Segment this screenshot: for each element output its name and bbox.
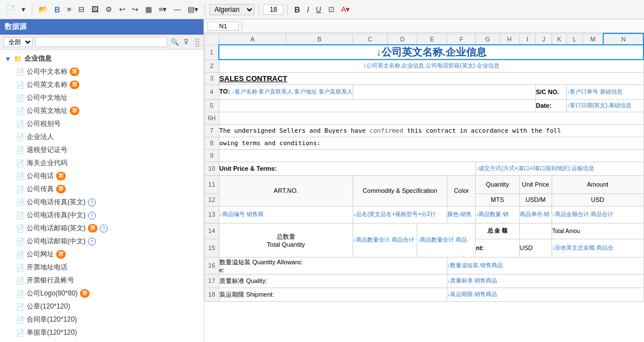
col-L[interactable]: L [566, 33, 582, 45]
main-toolbar: 📄 ▾ 📂 B ≡ ⊟ 🖼 ⚙ ↩ ↪ ▦ ≡▾ — ▤▾ Algerian B… [0, 0, 644, 19]
cell-4-sc-label[interactable]: S/C NO. [536, 85, 567, 99]
col-M[interactable]: M [583, 33, 604, 45]
italic-button[interactable]: I [304, 4, 311, 15]
col-J[interactable]: J [536, 33, 552, 45]
underline-button[interactable]: U [313, 4, 323, 15]
cell-16-allowance-val[interactable]: ↓数量溢短装.销售商品 [447, 257, 643, 274]
redo-icon[interactable]: ↪ [130, 4, 141, 15]
cell-14-qty-sum[interactable]: ↓商品数量合计.商品合计 [353, 223, 417, 257]
sidebar-item-company-cn-addr[interactable]: 📄 公司中文地址 [0, 91, 204, 104]
cell-10-unit-price[interactable]: Unit Price & Terms: [219, 162, 476, 175]
col-H[interactable]: H [499, 33, 519, 45]
doc-icon-7: 📄 [16, 159, 24, 167]
help-icon-11[interactable]: ? [88, 212, 96, 219]
cell-16-allowance-label: 数量溢短装 Quantity Allowance: [219, 257, 447, 274]
filter-icon[interactable]: ⊽ [183, 37, 190, 47]
italic-format-icon[interactable]: ≡ [65, 4, 74, 15]
sidebar-item-tax-id[interactable]: 📄 公司税别号 [0, 117, 204, 130]
filter-select[interactable]: 全部 [3, 37, 33, 47]
search-icon[interactable]: 🔍 [170, 37, 180, 47]
cell-5-date-value[interactable]: ↓签订日期(英文).基础信息 [566, 99, 643, 112]
cell-17-quality-val[interactable]: ↓质量标准.销售商品 [447, 274, 643, 288]
col-C[interactable]: C [353, 33, 388, 45]
image-icon[interactable]: 🖼 [89, 4, 101, 15]
cell-10-transport[interactable]: ↓成交方式(方式+港口+/港口国别地区).运输信息 [476, 162, 643, 175]
cell-13-qty[interactable]: ↓商品数量.销 [476, 206, 519, 223]
sidebar-item-company-en-addr[interactable]: 📄 公司英文地址 荐 [0, 104, 204, 117]
sidebar-item-company-cn-name[interactable]: 📄 公司中文名称 荐 [0, 65, 204, 78]
col-G[interactable]: G [476, 33, 499, 45]
cell-13-commodity[interactable]: ↓品名(英文品名+规格型号+分2行 [353, 206, 447, 223]
sidebar-item-customs-code[interactable]: 📄 海关企业代码 [0, 157, 204, 170]
font-name-select[interactable]: Algerian [209, 4, 255, 15]
cell-2-text: ↓公司英文名称.企业信息.公司电话部箱(英文).企业信息 [363, 62, 499, 69]
folder-open-icon[interactable]: 📂 [36, 4, 50, 15]
sidebar-item-phone-fax-en[interactable]: 📄 公司电话传真(英文) ? [0, 196, 204, 209]
col-E[interactable]: E [417, 33, 447, 45]
sidebar-item-invoice-addr[interactable]: 📄 开票地址电话 [0, 261, 204, 274]
cell-18-shipment-val[interactable]: ↓装运期限.销售商品 [447, 288, 643, 301]
sidebar-item-email-cn[interactable]: 📄 公司电话邮箱(中文) ? [0, 235, 204, 248]
col-F[interactable]: F [447, 33, 476, 45]
underline-format-icon[interactable]: ⊟ [76, 4, 87, 15]
cell-14-spacer [519, 223, 552, 239]
cell-14-qty-mts[interactable]: ↓商品数量合计.商品 [417, 223, 476, 257]
col-N[interactable]: N [603, 33, 643, 45]
cell-15-amount-sum[interactable]: ↓应收英文总金额.商品合 [552, 239, 643, 257]
bold-format-icon[interactable]: B [52, 4, 62, 15]
sidebar-item-logo[interactable]: 📄 公司Logo(80*80) 荐 [0, 287, 204, 300]
cell-13-amount[interactable]: ↓商品金额合计.商品合计 [552, 206, 643, 223]
undo-icon[interactable]: ↩ [117, 4, 128, 15]
col-K[interactable]: K [552, 33, 566, 45]
sidebar-item-seal[interactable]: 📄 公章(120*120) [0, 300, 204, 313]
cell-2-merged[interactable]: ↓公司英文名称.企业信息.公司电话部箱(英文).企业信息 [219, 60, 643, 72]
sidebar-item-phone-fax-cn[interactable]: 📄 公司电话传真(中文) ? [0, 209, 204, 222]
sidebar-item-legal-person[interactable]: 📄 企业法人 [0, 130, 204, 143]
sidebar-item-fax[interactable]: 📄 公司传真 荐 [0, 183, 204, 196]
help-icon-12[interactable]: ? [100, 225, 108, 233]
col-D[interactable]: D [387, 33, 417, 45]
col-A[interactable]: A [219, 33, 286, 45]
table-icon[interactable]: ▦ [143, 4, 154, 15]
row-16: 16 数量溢短装 Quantity Allowance: ↓数量溢短装.销售商品 [205, 257, 644, 274]
row-header-3: 3 [205, 72, 219, 85]
sidebar-item-doc-seal[interactable]: 📄 单据章(120*120) [0, 326, 204, 339]
dropdown-arrow-icon[interactable]: ▾ [19, 4, 28, 15]
format-icon[interactable]: ▤▾ [185, 4, 201, 15]
sheet-grid[interactable]: A B C D E F G H I J K L M N [204, 33, 644, 342]
col-I[interactable]: I [519, 33, 536, 45]
cell-5-date-label[interactable]: Date: [536, 99, 567, 112]
cell-3-merged[interactable]: SALES CONTRACT [219, 72, 643, 85]
name-box[interactable] [207, 22, 239, 31]
doc-icon-8: 📄 [16, 172, 24, 180]
search-input[interactable] [35, 37, 167, 47]
wrap-icon[interactable]: ⊡ [326, 4, 337, 15]
sidebar-item-company-en-name[interactable]: 📄 公司英文名称 荐 [0, 78, 204, 91]
cell-13-color[interactable]: 颜色.销售 [447, 206, 476, 223]
help-icon-13[interactable]: ? [88, 238, 96, 246]
col-B[interactable]: B [286, 33, 353, 45]
cell-11-amount: Amount [552, 175, 643, 193]
sidebar-item-contract-seal[interactable]: 📄 合同章(120*120) [0, 313, 204, 326]
sidebar-item-phone[interactable]: 📄 公司电话 荐 [0, 170, 204, 183]
cell-1-merged[interactable]: ↓公司英文名称.企业信息 [219, 45, 643, 60]
cell-13-up[interactable]: 商品单价.销 [519, 206, 552, 223]
line-icon[interactable]: — [171, 4, 183, 15]
sidebar-item-purchase-seal[interactable]: 📄 采购章(120*120) [0, 339, 204, 342]
sidebar-item-email-en[interactable]: 📄 公司电话邮箱(英文) 荐 ? [0, 222, 204, 235]
bold-button[interactable]: B [292, 4, 302, 15]
color-icon[interactable]: A▾ [339, 4, 353, 15]
settings-icon[interactable]: ⚙ [103, 4, 115, 15]
cell-13-art[interactable]: ↓商品编号 销售商 [219, 206, 353, 223]
sidebar-item-website[interactable]: 📄 公司网址 荐 [0, 248, 204, 261]
align-icon[interactable]: ≡▾ [156, 4, 170, 15]
tree-group-enterprise-header[interactable]: ▼ 📁 企业信息 [0, 52, 204, 65]
font-size-input[interactable] [263, 5, 283, 15]
help-icon-10[interactable]: ? [88, 199, 96, 206]
sidebar-item-bank[interactable]: 📄 开票银行及帐号 [0, 274, 204, 287]
sidebar-item-tax-cert[interactable]: 📄 退税登记证号 [0, 143, 204, 157]
cell-4-sc-value[interactable]: ↓客户订单号 基础信息 [566, 85, 643, 99]
cell-4-to[interactable]: TO: ↓客户名称 客户及联系人.客户地址 客户及联系人 [219, 85, 353, 99]
file-icon[interactable]: 📄 [3, 4, 17, 15]
folder-expand-icon: ▼ [5, 55, 11, 63]
